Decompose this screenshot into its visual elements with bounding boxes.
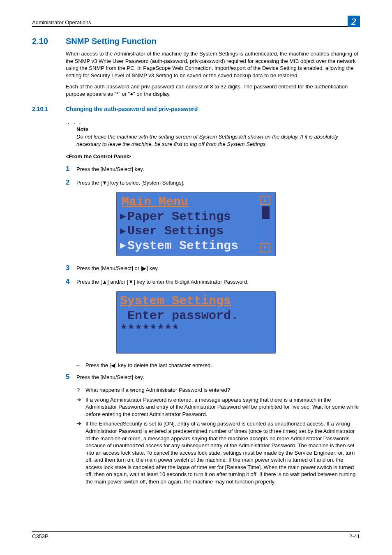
section-number: 2.10 <box>32 37 66 46</box>
page-footer: C353P 2-41 <box>32 531 360 539</box>
arrow-right-icon: ➔ <box>76 420 85 427</box>
step-text: Press the [Menu/Select] key. <box>76 165 144 173</box>
subsection-number: 2.10.1 <box>32 106 66 112</box>
step-text: Press the [▼] key to select [System Sett… <box>76 179 184 187</box>
footer-model: C353P <box>32 533 48 539</box>
answer-row-1: ➔ If a wrong Administrator Password is e… <box>76 396 360 418</box>
lcd-screen-main-menu: Main Menu ▶Paper Settings ▶User Settings… <box>116 192 276 256</box>
panel-heading: <From the Control Panel> <box>66 153 360 160</box>
step-4-sub: – Press the [◀] key to delete the last c… <box>76 362 360 369</box>
step-text: Press the [Menu/Select] or [▶] key. <box>76 264 159 272</box>
menu-item: Paper Settings <box>127 210 231 224</box>
step-3: 3 Press the [Menu/Select] or [▶] key. <box>66 264 360 272</box>
ellipsis-icon: . . . <box>67 118 82 125</box>
step-number: 4 <box>66 278 76 285</box>
chapter-badge: 2 <box>348 16 360 27</box>
answer-row-2: ➔ If the EnhancedSecurity is set to [ON]… <box>76 420 360 485</box>
section-heading: 2.10 SNMP Setting Function <box>32 37 360 46</box>
answer-text: If the EnhancedSecurity is set to [ON], … <box>85 420 360 485</box>
scroll-up-icon: ▲ <box>260 196 270 205</box>
question-row: ? What happens if a wrong Administrator … <box>76 386 360 394</box>
screen-title: Main Menu <box>120 195 188 209</box>
header-title: Administrator Operations <box>32 19 91 25</box>
scroll-down-icon: ▼ <box>260 243 270 252</box>
step-text: Press the [▲] and/or [▼] key to enter th… <box>76 278 249 286</box>
step-number: 2 <box>66 179 76 186</box>
screen-prompt: Enter password. <box>127 309 238 323</box>
scrollbar: ▲ ▼ <box>260 195 272 253</box>
menu-item-selected: System Settings <box>127 239 238 253</box>
intro-paragraph-1: When access to the Administrator of the … <box>66 50 360 79</box>
sub-bullet-text: Press the [◀] key to delete the last cha… <box>85 362 360 369</box>
note-text: Do not leave the machine with the settin… <box>76 133 360 148</box>
step-2: 2 Press the [▼] key to select [System Se… <box>66 179 360 187</box>
pointer-icon: ▶ <box>120 240 127 252</box>
pointer-icon: ▶ <box>120 226 127 237</box>
answer-text: If a wrong Administrator Password is ent… <box>85 396 360 418</box>
note-icon-row: . . . <box>66 118 360 125</box>
step-number: 3 <box>66 264 76 271</box>
screen-password-mask: ******** <box>120 323 179 338</box>
scroll-track <box>262 206 270 242</box>
step-1: 1 Press the [Menu/Select] key. <box>66 165 360 173</box>
step-4: 4 Press the [▲] and/or [▼] key to enter … <box>66 278 360 286</box>
section-title: SNMP Setting Function <box>66 37 157 46</box>
question-icon: ? <box>76 386 85 393</box>
footer-page: 2-41 <box>349 533 360 539</box>
subsection-heading: 2.10.1 Changing the auth-password and pr… <box>32 106 360 112</box>
question-text: What happens if a wrong Administrator Pa… <box>85 386 360 394</box>
step-text: Press the [Menu/Select] key. <box>76 373 144 381</box>
scroll-thumb <box>262 206 270 219</box>
step-number: 5 <box>66 373 76 380</box>
subsection-title: Changing the auth-password and priv-pass… <box>66 106 198 112</box>
menu-item: User Settings <box>127 224 224 238</box>
page-header: Administrator Operations 2 <box>32 16 360 27</box>
screen-title: System Settings <box>120 294 231 308</box>
step-number: 1 <box>66 165 76 172</box>
lcd-screen-password: System Settings Enter password. ******** <box>116 291 276 354</box>
pointer-icon: ▶ <box>120 211 127 222</box>
arrow-right-icon: ➔ <box>76 396 85 403</box>
dash-icon: – <box>76 362 85 368</box>
note-label: Note <box>76 126 360 132</box>
intro-paragraph-2: Each of the auth-password and priv-passw… <box>66 83 360 97</box>
step-5: 5 Press the [Menu/Select] key. <box>66 373 360 381</box>
